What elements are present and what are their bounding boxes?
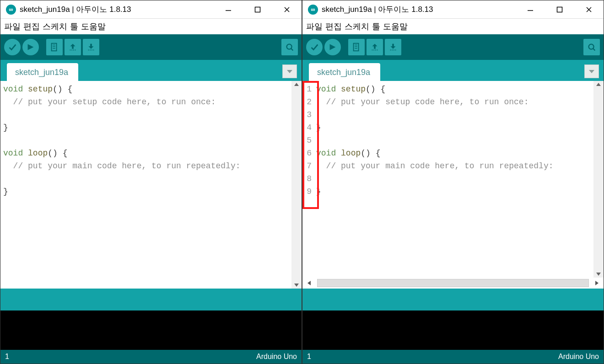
verify-button[interactable]	[306, 39, 323, 55]
close-button[interactable]	[576, 0, 602, 19]
scroll-right-arrow[interactable]	[591, 278, 603, 288]
svg-marker-37	[595, 281, 599, 285]
status-bar: 1 Arduino Uno	[0, 350, 302, 364]
svg-marker-22	[330, 44, 336, 50]
code-area[interactable]: void setup() { // put your setup code he…	[313, 81, 593, 278]
maximize-button[interactable]	[547, 0, 572, 19]
console	[0, 310, 302, 350]
verify-button[interactable]	[4, 39, 21, 55]
scroll-track[interactable]	[317, 279, 589, 287]
status-line: 1	[307, 353, 311, 361]
svg-rect-23	[354, 43, 359, 51]
svg-marker-34	[596, 83, 601, 86]
status-line: 1	[5, 353, 9, 361]
menu-edit[interactable]: 편집	[325, 21, 342, 32]
upload-button[interactable]	[324, 39, 341, 55]
console	[302, 310, 604, 350]
status-board: Arduino Uno	[256, 353, 297, 361]
titlebar: ∞ sketch_jun19a | 아두이노 1.8.13	[302, 0, 604, 19]
open-button[interactable]	[65, 39, 81, 55]
message-bar	[0, 289, 302, 310]
open-button[interactable]	[367, 39, 383, 55]
svg-marker-4	[28, 44, 34, 50]
new-button[interactable]	[348, 39, 365, 55]
arduino-app-icon: ∞	[308, 5, 318, 15]
svg-rect-19	[557, 7, 562, 12]
code-area[interactable]: void setup() { // put your setup code he…	[0, 81, 291, 289]
svg-marker-11	[89, 44, 94, 49]
menu-edit[interactable]: 편집	[23, 21, 40, 32]
svg-rect-5	[52, 43, 57, 51]
svg-marker-27	[372, 44, 378, 49]
svg-marker-15	[287, 70, 292, 73]
menu-bar: 파일 편집 스케치 툴 도움말	[0, 19, 302, 34]
serial-monitor-button[interactable]	[583, 39, 600, 55]
horizontal-scrollbar[interactable]	[302, 278, 604, 289]
vertical-scrollbar[interactable]	[593, 81, 604, 278]
menu-file[interactable]: 파일	[306, 21, 323, 32]
line-number-gutter: 123456789	[302, 81, 313, 278]
menu-bar: 파일 편집 스케치 툴 도움말	[302, 19, 604, 34]
arduino-window-left: ∞ sketch_jun19a | 아두이노 1.8.13 파일 편집 스케치 …	[0, 0, 302, 364]
svg-marker-16	[294, 83, 299, 86]
minimize-button[interactable]	[518, 0, 543, 19]
menu-sketch[interactable]: 스케치	[345, 21, 369, 32]
tab-bar: sketch_jun19a	[0, 60, 302, 81]
svg-marker-33	[589, 70, 594, 73]
minimize-button[interactable]	[216, 0, 241, 19]
arduino-window-right: ∞ sketch_jun19a | 아두이노 1.8.13 파일 편집 스케치 …	[302, 0, 604, 364]
status-board: Arduino Uno	[558, 353, 599, 361]
upload-button[interactable]	[22, 39, 39, 55]
svg-line-14	[291, 48, 293, 51]
close-button[interactable]	[274, 0, 300, 19]
titlebar: ∞ sketch_jun19a | 아두이노 1.8.13	[0, 0, 302, 19]
scroll-left-arrow[interactable]	[303, 278, 315, 288]
tab-menu-dropdown[interactable]	[282, 64, 297, 78]
svg-marker-9	[70, 44, 76, 49]
svg-line-32	[593, 48, 595, 51]
sketch-tab[interactable]: sketch_jun19a	[309, 63, 380, 81]
save-button[interactable]	[385, 39, 401, 55]
menu-file[interactable]: 파일	[4, 21, 21, 32]
window-title: sketch_jun19a | 아두이노 1.8.13	[322, 4, 433, 15]
toolbar	[0, 34, 302, 60]
window-title: sketch_jun19a | 아두이노 1.8.13	[20, 4, 131, 15]
tab-menu-dropdown[interactable]	[584, 64, 599, 78]
message-bar	[302, 289, 604, 310]
new-button[interactable]	[46, 39, 63, 55]
editor: void setup() { // put your setup code he…	[0, 81, 302, 289]
menu-sketch[interactable]: 스케치	[43, 21, 67, 32]
serial-monitor-button[interactable]	[281, 39, 298, 55]
svg-marker-17	[294, 284, 299, 287]
tab-bar: sketch_jun19a	[302, 60, 604, 81]
toolbar	[302, 34, 604, 60]
menu-tools[interactable]: 툴	[372, 21, 380, 32]
editor: 123456789 void setup() { // put your set…	[302, 81, 604, 289]
menu-tools[interactable]: 툴	[70, 21, 78, 32]
svg-marker-29	[391, 44, 396, 49]
vertical-scrollbar[interactable]	[291, 81, 302, 289]
maximize-button[interactable]	[245, 0, 270, 19]
svg-rect-1	[255, 7, 260, 12]
svg-marker-36	[307, 281, 311, 285]
svg-marker-35	[596, 273, 601, 276]
save-button[interactable]	[83, 39, 99, 55]
status-bar: 1 Arduino Uno	[302, 350, 604, 364]
menu-help[interactable]: 도움말	[81, 21, 106, 32]
menu-help[interactable]: 도움말	[383, 21, 408, 32]
arduino-app-icon: ∞	[6, 5, 16, 15]
sketch-tab[interactable]: sketch_jun19a	[7, 63, 78, 81]
